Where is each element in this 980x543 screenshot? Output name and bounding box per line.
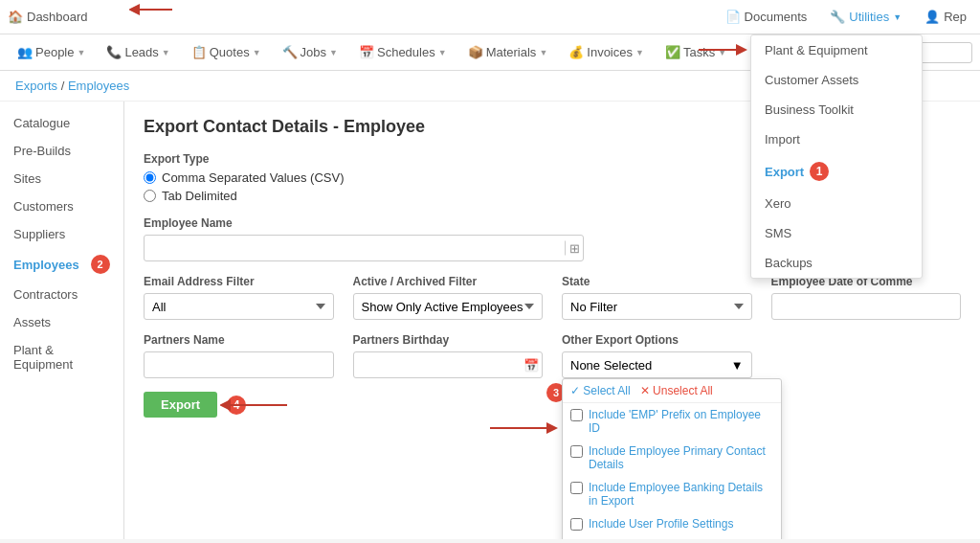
nav-invoices-label: Invoices <box>587 45 633 59</box>
sidebar-item-employees[interactable]: Employees 2 <box>0 248 123 281</box>
partners-name-label: Partners Name <box>144 333 334 347</box>
invoices-caret: ▼ <box>635 48 644 57</box>
dropdown-item-2[interactable]: Include Employee Banking Details in Expo… <box>563 476 781 512</box>
dropdown-item-1[interactable]: Include Employee Primary Contact Details <box>563 440 781 476</box>
active-filter-col: Active / Archived Filter Show Only Activ… <box>353 275 544 320</box>
nav-jobs-label: Jobs <box>301 45 326 59</box>
x-icon: ✕ <box>640 384 650 397</box>
sidebar-catalogue-label: Catalogue <box>13 116 70 130</box>
active-filter-label: Active / Archived Filter <box>353 275 544 288</box>
nav-people-label: People <box>35 45 74 59</box>
checkmark-icon: ✓ <box>570 384 580 397</box>
unselect-all-link[interactable]: ✕ Unselect All <box>640 384 713 397</box>
sidebar-item-customers[interactable]: Customers <box>0 192 123 220</box>
utilities-label: Utilities <box>849 10 889 24</box>
nav-jobs[interactable]: 🔨 Jobs ▼ <box>273 41 347 63</box>
utility-customer-assets[interactable]: Customer Assets <box>751 65 922 95</box>
email-filter-col: Email Address Filter All Has Email No Em… <box>144 275 334 320</box>
other-export-col: Other Export Options None Selected ▼ ✓ S… <box>562 333 752 378</box>
partners-birthday-col: Partners Birthday 📅 <box>353 333 544 378</box>
partners-birthday-container: 📅 <box>353 351 544 378</box>
other-export-value: None Selected <box>570 358 652 373</box>
nav-invoices[interactable]: 💰 Invoices ▼ <box>559 41 654 63</box>
utilities-link[interactable]: 🔧 Utilities ▼ <box>824 6 907 28</box>
sidebar-plant-label: Plant & Equipment <box>13 343 110 372</box>
tasks-icon: ✅ <box>665 45 680 59</box>
sidebar-prebuilds-label: Pre-Builds <box>13 144 71 158</box>
dashboard-label: Dashboard <box>27 10 88 24</box>
employee-grid-icon[interactable]: ⊞ <box>565 241 580 256</box>
employee-date-input[interactable] <box>771 293 962 320</box>
arrow-to-employees <box>129 0 177 19</box>
email-filter-select[interactable]: All Has Email No Email <box>144 293 334 320</box>
nav-schedules[interactable]: 📅 Schedules ▼ <box>349 41 457 63</box>
documents-link[interactable]: 📄 Documents <box>720 6 813 28</box>
sidebar-contractors-label: Contractors <box>13 287 78 302</box>
arrow-to-export-btn <box>220 394 297 418</box>
sidebar: Catalogue Pre-Builds Sites Customers Sup… <box>0 102 124 539</box>
export-button[interactable]: Export <box>144 392 217 418</box>
dropdown-checkbox-1[interactable] <box>570 445 583 458</box>
nav-leads[interactable]: 📞 Leads ▼ <box>97 41 179 63</box>
materials-icon: 📦 <box>468 45 483 59</box>
utility-import[interactable]: Import <box>751 124 922 154</box>
sidebar-item-suppliers[interactable]: Suppliers <box>0 220 123 248</box>
nav-people[interactable]: 👥 People ▼ <box>8 41 95 63</box>
sidebar-item-plant-equipment[interactable]: Plant & Equipment <box>0 336 123 378</box>
sidebar-item-assets[interactable]: Assets <box>0 308 123 336</box>
dropdown-item-3[interactable]: Include User Profile Settings <box>563 512 781 535</box>
utility-export-badge: 1 <box>810 162 829 181</box>
radio-csv-input[interactable] <box>144 171 156 184</box>
utility-plant-equipment[interactable]: Plant & Equipment <box>751 35 922 65</box>
dropdown-item-label-2: Include Employee Banking Details in Expo… <box>589 481 773 508</box>
dropdown-checkbox-0[interactable] <box>570 409 583 421</box>
unselect-all-label: Unselect All <box>653 384 713 397</box>
jobs-caret: ▼ <box>329 48 338 57</box>
documents-label: Documents <box>745 10 808 24</box>
utility-export[interactable]: Export 1 <box>751 154 922 189</box>
radio-tab-input[interactable] <box>144 190 156 202</box>
select-all-label: Select All <box>583 384 630 397</box>
utility-business-toolkit[interactable]: Business Toolkit <box>751 95 922 124</box>
rep-link[interactable]: 👤 Rep <box>919 6 972 28</box>
employee-name-input[interactable] <box>144 235 584 261</box>
nav-materials[interactable]: 📦 Materials ▼ <box>458 41 558 63</box>
people-icon: 👥 <box>17 45 33 59</box>
people-caret: ▼ <box>77 48 85 57</box>
documents-icon: 📄 <box>725 10 741 24</box>
partners-name-input[interactable] <box>144 351 334 378</box>
active-filter-select[interactable]: Show Only Active Employees Show Archived… <box>353 293 544 320</box>
nav-quotes[interactable]: 📋 Quotes ▼ <box>182 41 271 63</box>
other-export-dropdown-btn[interactable]: None Selected ▼ <box>562 351 752 378</box>
dropdown-item-0[interactable]: Include 'EMP' Prefix on Employee ID <box>563 403 781 440</box>
leads-caret: ▼ <box>162 48 170 57</box>
dropdown-item-4[interactable]: Include Employee Emergency Contact Detai… <box>563 535 781 539</box>
breadcrumb-employees[interactable]: Employees <box>68 79 129 93</box>
calendar-icon[interactable]: 📅 <box>523 358 539 373</box>
select-all-link[interactable]: ✓ Select All <box>570 384 631 397</box>
utilities-caret: ▼ <box>893 12 902 22</box>
utility-backups[interactable]: Backups <box>751 248 922 278</box>
breadcrumb-separator: / <box>61 79 68 93</box>
sidebar-item-prebuilds[interactable]: Pre-Builds <box>0 137 123 165</box>
sidebar-item-contractors[interactable]: Contractors <box>0 281 123 308</box>
materials-caret: ▼ <box>539 48 547 57</box>
quotes-caret: ▼ <box>253 48 261 57</box>
dropdown-actions-row: ✓ Select All ✕ Unselect All <box>563 379 781 403</box>
dropdown-checkbox-3[interactable] <box>570 518 583 531</box>
rep-icon: 👤 <box>924 10 940 24</box>
nav-materials-label: Materials <box>486 45 537 59</box>
utility-xero[interactable]: Xero <box>751 189 922 218</box>
filter-row: Email Address Filter All Has Email No Em… <box>144 275 961 320</box>
breadcrumb-exports[interactable]: Exports <box>15 79 57 93</box>
sidebar-item-catalogue[interactable]: Catalogue <box>0 109 123 137</box>
rep-label: Rep <box>944 10 967 24</box>
partners-birthday-input[interactable] <box>353 351 544 378</box>
dashboard-link[interactable]: 🏠 Dashboard <box>8 10 88 24</box>
utility-sms[interactable]: SMS <box>751 218 922 248</box>
schedules-icon: 📅 <box>359 45 374 59</box>
dropdown-checkbox-2[interactable] <box>570 482 583 494</box>
sidebar-item-sites[interactable]: Sites <box>0 165 123 192</box>
state-select[interactable]: No Filter ACTNSWNT QLDSATAS VICWA <box>562 293 752 320</box>
utility-export-label: Export <box>765 165 804 179</box>
